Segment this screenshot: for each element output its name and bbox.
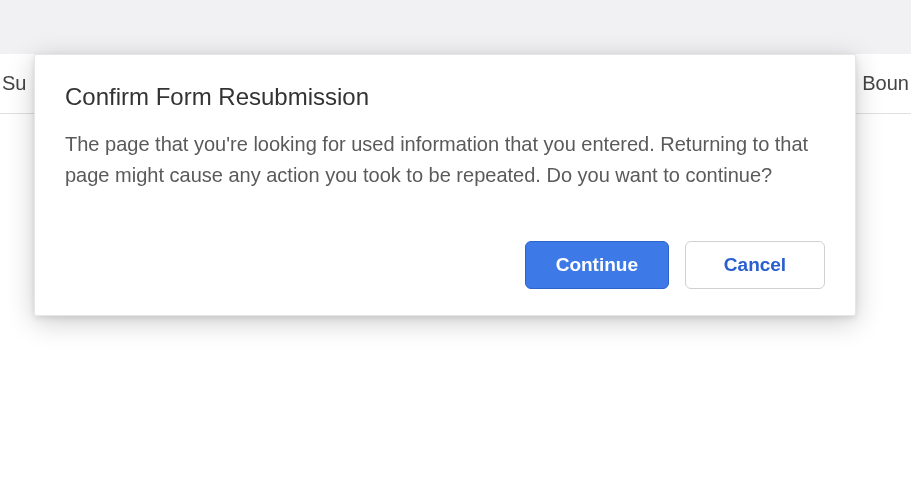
continue-button[interactable]: Continue — [525, 241, 669, 289]
background-text-left: Su — [2, 72, 26, 95]
cancel-button[interactable]: Cancel — [685, 241, 825, 289]
background-text-right: Boun — [862, 72, 909, 95]
dialog-body-text: The page that you're looking for used in… — [65, 129, 825, 191]
browser-top-bar — [0, 0, 911, 54]
confirm-resubmission-dialog: Confirm Form Resubmission The page that … — [34, 54, 856, 316]
dialog-title: Confirm Form Resubmission — [65, 83, 825, 111]
dialog-actions: Continue Cancel — [65, 241, 825, 289]
